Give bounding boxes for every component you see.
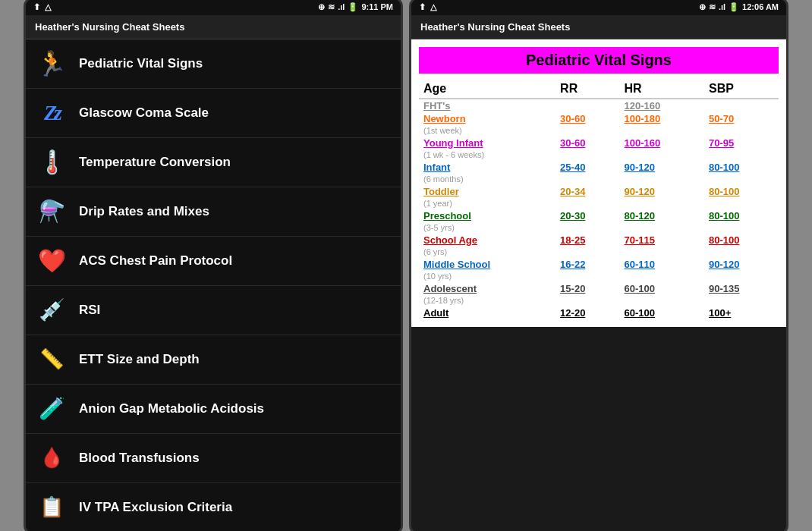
hr-value: 80-120 [625,210,655,222]
right-phone: ⬆ △ ⊕ ≋ .ıl 🔋 12:06 AM Heather's Nursing… [409,0,788,531]
age-sub: (12-18 yrs) [423,296,464,305]
hr-value: 100-160 [625,137,661,149]
age-sub: (1 year) [423,199,452,208]
age-sub: (1st week) [423,126,462,135]
age-cell: Middle School(10 yrs) [419,258,555,282]
age-sub: (6 months) [423,174,464,184]
menu-item-pediatric-vital-signs[interactable]: 🏃 Pediatric Vital Signs [26,39,401,89]
menu-label-iv-tpa: IV TPA Exclusion Criteria [79,500,232,515]
left-status-bar: ⬆ △ ⊕ ≋ .ıl 🔋 9:11 PM [26,0,401,15]
alert-icon: △ [45,2,51,12]
rr-cell: 16-22 [555,258,619,282]
age-name: Adult [423,307,448,319]
rr-value: 18-25 [560,234,585,246]
hr-cell: 80-120 [620,209,704,234]
right-status-left: ⬆ △ [419,2,436,12]
menu-item-iv-tpa[interactable]: 📋 IV TPA Exclusion Criteria [26,483,401,532]
menu-item-blood-transfusions[interactable]: 🩸 Blood Transfusions [26,434,401,483]
age-name: Young Infant [423,137,483,149]
menu-item-glasgow-coma-scale[interactable]: Zz Glascow Coma Scale [26,89,401,138]
sbp-cell: 80-100 [704,234,779,258]
age-cell: Infant(6 months) [419,161,555,185]
sbp-value: 100+ [709,307,731,319]
age-sub: (6 yrs) [423,247,447,256]
menu-item-rsi[interactable]: 💉 RSI [26,286,401,335]
age-name: FHT's [423,100,451,112]
age-name: Adolescent [423,283,477,294]
sbp-value: 80-100 [709,162,739,173]
table-header: Age RR HR SBP [419,80,779,99]
menu-label-acs-chest-pain: ACS Chest Pain Protocol [79,253,232,269]
right-wifi-icon: ≋ [709,2,716,12]
table-row: School Age(6 yrs)18-2570-11580-100 [419,234,779,258]
hr-value: 90-120 [625,186,655,197]
sbp-value: 90-120 [709,259,739,270]
hr-value: 90-120 [625,162,655,173]
sbp-cell: 100+ [704,306,779,319]
vital-signs-content: Pediatric Vital Signs Age RR HR SBP FHT'… [411,39,786,327]
bars-icon: .ıl [338,2,345,11]
rr-value: 30-60 [560,137,585,149]
hr-cell: 60-100 [620,282,704,306]
menu-label-blood-transfusions: Blood Transfusions [79,451,200,466]
age-cell: Newborn(1st week) [419,112,555,137]
age-sub: (1 wk - 6 weeks) [423,150,484,159]
rr-value: 30-60 [560,113,585,124]
menu-list: 🏃 Pediatric Vital Signs Zz Glascow Coma … [26,39,401,532]
menu-item-drip-rates[interactable]: ⚗️ Drip Rates and Mixes [26,187,401,237]
clipboard-icon: 📋 [35,491,68,524]
usb-icon: ⬆ [33,2,40,12]
sbp-value: 50-70 [709,113,734,124]
menu-item-ett-size[interactable]: 📏 ETT Size and Depth [26,335,401,385]
menu-label-rsi: RSI [79,303,100,318]
syringe-icon: 💉 [35,294,68,327]
menu-label-ett-size: ETT Size and Depth [79,352,200,367]
age-name: School Age [423,234,477,246]
left-app-title: Heather's Nursing Cheat Sheets [26,15,401,39]
rr-cell: 20-34 [555,185,619,209]
rr-value: 25-40 [560,162,585,173]
age-name: Newborn [423,113,466,124]
menu-item-anion-gap[interactable]: 🧪 Anion Gap Metabolic Acidosis [26,385,401,434]
signal-icon: ⊕ [318,2,325,12]
table-row: Newborn(1st week)30-60100-18050-70 [419,112,779,137]
right-battery-icon: 🔋 [729,2,739,12]
age-cell: Young Infant(1 wk - 6 weeks) [419,137,555,161]
hr-value: 60-110 [625,259,655,270]
rr-cell: 15-20 [555,282,619,306]
sbp-value: 80-100 [709,234,739,246]
wifi-icon: ≋ [328,2,335,12]
right-time: 12:06 AM [742,2,779,11]
mortar-icon: ⚗️ [35,195,68,228]
hr-cell: 100-160 [620,137,704,161]
menu-item-temperature-conversion[interactable]: 🌡️ Temperature Conversion [26,138,401,187]
rr-value: 16-22 [560,259,585,270]
table-row: Infant(6 months)25-4090-12080-100 [419,161,779,185]
sbp-value: 80-100 [709,210,739,222]
sbp-cell: 50-70 [704,112,779,137]
age-cell: Adult [419,306,555,319]
rr-cell: 30-60 [555,137,619,161]
table-row: Adolescent(12-18 yrs)15-2060-10090-135 [419,282,779,306]
rr-cell [555,99,619,112]
hr-value: 100-180 [625,113,661,124]
left-phone: ⬆ △ ⊕ ≋ .ıl 🔋 9:11 PM Heather's Nursing … [24,0,403,531]
right-signal-icon: ⊕ [699,2,706,12]
right-app-title: Heather's Nursing Cheat Sheets [411,15,786,39]
age-cell: Adolescent(12-18 yrs) [419,282,555,306]
age-name: Middle School [423,259,490,270]
sbp-cell [704,99,779,112]
hr-value: 70-115 [625,234,655,246]
menu-label-temperature-conversion: Temperature Conversion [79,155,231,170]
menu-item-acs-chest-pain[interactable]: ❤️ ACS Chest Pain Protocol [26,237,401,286]
sbp-cell: 90-135 [704,282,779,306]
col-sbp: SBP [704,80,779,99]
age-sub: (3-5 yrs) [423,223,455,232]
age-cell: Toddler(1 year) [419,185,555,209]
rr-cell: 18-25 [555,234,619,258]
table-row: Toddler(1 year)20-3490-12080-100 [419,185,779,209]
rr-cell: 12-20 [555,306,619,319]
age-cell: School Age(6 yrs) [419,234,555,258]
menu-label-glasgow-coma-scale: Glascow Coma Scale [79,105,209,121]
age-name: Toddler [423,186,459,197]
